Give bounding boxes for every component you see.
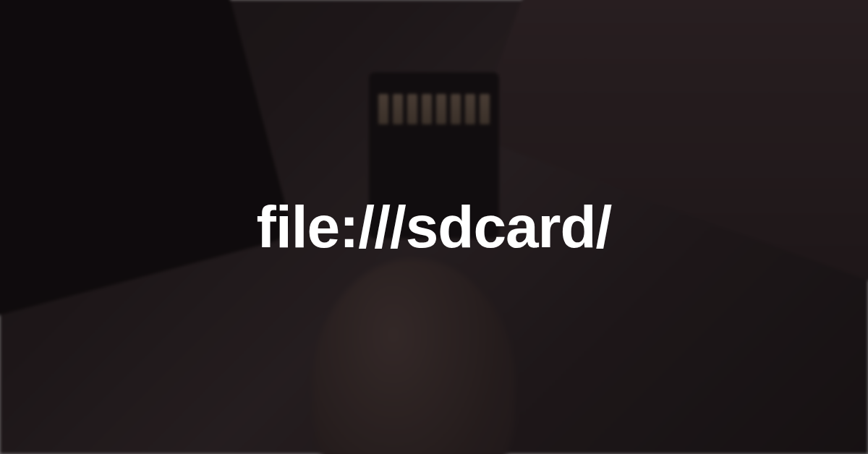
- page-title: file:///sdcard/: [257, 193, 612, 261]
